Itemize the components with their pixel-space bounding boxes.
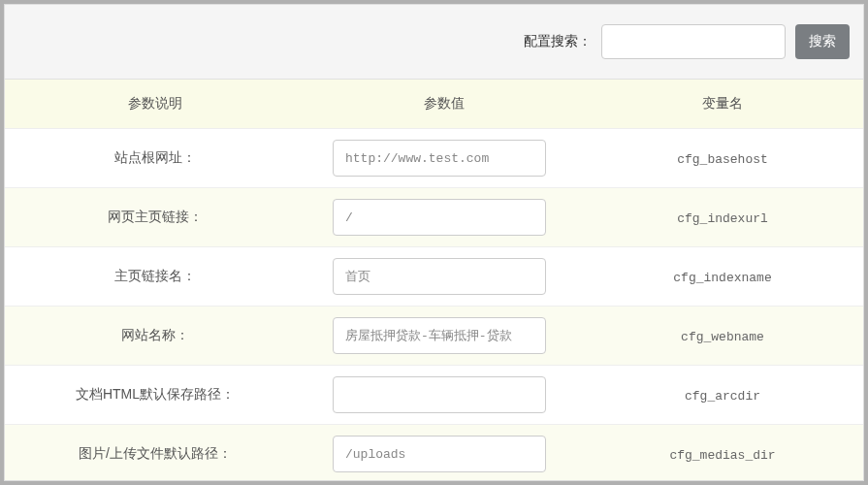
- param-desc: 站点根网址：: [5, 129, 305, 188]
- param-value-input[interactable]: [333, 376, 546, 413]
- param-value-input[interactable]: [333, 436, 546, 472]
- config-table: 参数说明 参数值 变量名 站点根网址：cfg_basehost网页主页链接：cf…: [5, 80, 863, 481]
- param-var-cell: cfg_webname: [582, 307, 863, 366]
- param-value-cell: [305, 366, 582, 425]
- search-button[interactable]: 搜索: [795, 24, 850, 59]
- param-desc: 文档HTML默认保存路径：: [5, 366, 305, 425]
- param-desc: 网站名称：: [5, 307, 305, 366]
- param-desc-text: 站点根网址：: [114, 149, 196, 165]
- param-var-cell: cfg_arcdir: [582, 366, 863, 425]
- param-desc-text: 网站名称：: [121, 327, 189, 342]
- param-value-cell: [305, 425, 582, 482]
- param-var-name: cfg_basehost: [677, 152, 768, 167]
- param-var-cell: cfg_medias_dir: [582, 425, 863, 482]
- param-var-cell: cfg_indexname: [582, 247, 863, 307]
- table-row: 网站名称：cfg_webname: [5, 307, 863, 366]
- param-value-input[interactable]: [333, 317, 546, 354]
- table-row: 图片/上传文件默认路径：cfg_medias_dir: [5, 425, 863, 482]
- param-value-cell: [305, 307, 582, 366]
- param-desc-text: 主页链接名：: [114, 268, 196, 283]
- header-value: 参数值: [305, 80, 582, 129]
- table-row: 站点根网址：cfg_basehost: [5, 129, 863, 188]
- param-var-name: cfg_arcdir: [685, 389, 760, 404]
- param-var-cell: cfg_indexurl: [582, 188, 863, 247]
- param-desc: 网页主页链接：: [5, 188, 305, 247]
- param-desc-text: 文档HTML默认保存路径：: [76, 386, 235, 402]
- param-value-input[interactable]: [333, 140, 546, 177]
- param-value-input[interactable]: [333, 199, 546, 236]
- param-value-cell: [305, 129, 582, 188]
- param-desc-text: 图片/上传文件默认路径：: [79, 445, 232, 461]
- table-row: 文档HTML默认保存路径：cfg_arcdir: [5, 366, 863, 425]
- table-row: 网页主页链接：cfg_indexurl: [5, 188, 863, 247]
- param-value-cell: [305, 188, 582, 247]
- search-bar: 配置搜索： 搜索: [5, 5, 863, 80]
- param-var-name: cfg_webname: [681, 330, 764, 344]
- param-var-name: cfg_indexurl: [677, 211, 768, 226]
- param-value-input[interactable]: [333, 258, 546, 295]
- search-input[interactable]: [601, 24, 786, 59]
- table-row: 主页链接名：cfg_indexname: [5, 247, 863, 307]
- param-value-cell: [305, 247, 582, 307]
- param-var-name: cfg_medias_dir: [669, 448, 775, 463]
- param-desc-text: 网页主页链接：: [108, 209, 203, 224]
- header-var: 变量名: [582, 80, 863, 129]
- param-desc: 主页链接名：: [5, 247, 305, 307]
- config-panel: 配置搜索： 搜索 参数说明 参数值 变量名 站点根网址：cfg_basehost…: [4, 4, 864, 481]
- param-desc: 图片/上传文件默认路径：: [5, 425, 305, 482]
- param-var-name: cfg_indexname: [673, 271, 771, 285]
- param-var-cell: cfg_basehost: [582, 129, 863, 188]
- search-label: 配置搜索：: [524, 33, 592, 50]
- table-header-row: 参数说明 参数值 变量名: [5, 80, 863, 129]
- header-desc: 参数说明: [5, 80, 305, 129]
